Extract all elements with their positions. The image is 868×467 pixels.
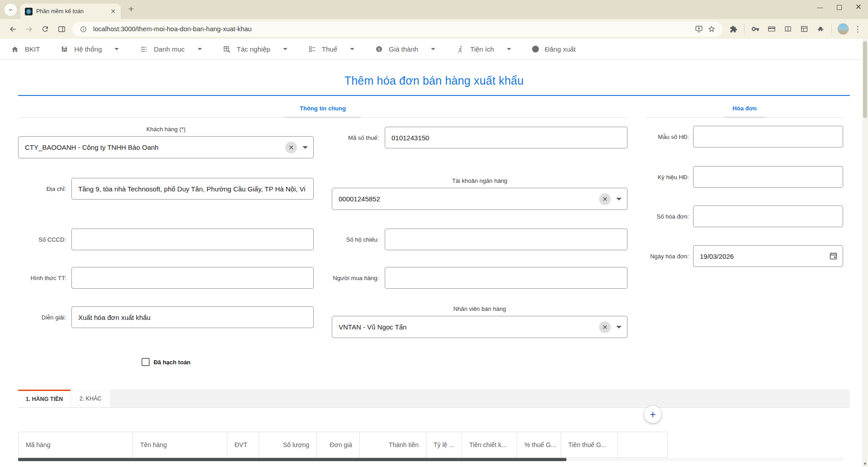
forward-icon: [25, 25, 33, 33]
buyer-input[interactable]: [385, 267, 627, 289]
customer-select[interactable]: CTY_BAOOANH - Công ty TNHH Bảo Oanh ✕: [18, 136, 314, 158]
nav-item-gia-thanh[interactable]: Giá thành: [375, 45, 435, 53]
site-info-icon[interactable]: [77, 23, 90, 35]
passport-field: Số hộ chiếu:: [332, 229, 627, 250]
column-header[interactable]: ĐVT: [227, 432, 259, 457]
side-panel-button[interactable]: [54, 22, 69, 36]
nav-item-tien-ich[interactable]: Tiện ích: [456, 45, 511, 53]
nav-item-danh-muc[interactable]: Danh mục: [140, 45, 202, 53]
reading-list-icon[interactable]: [781, 22, 795, 36]
form-column-middle: Mã số thuế: Tài khoản ngân hàng 00001245…: [332, 126, 627, 338]
section-header-general: Thông tin chung: [18, 105, 627, 118]
toolbar-divider: [744, 24, 745, 33]
back-button[interactable]: [5, 22, 20, 36]
new-tab-button[interactable]: +: [125, 4, 137, 15]
salesperson-label: Nhân viên bán hàng: [332, 305, 627, 312]
invoice-number-input[interactable]: [693, 205, 843, 227]
dollar-circle-icon: [375, 45, 383, 53]
browser-menu-icon[interactable]: ⋮: [852, 24, 863, 34]
extensions-button[interactable]: [726, 22, 741, 36]
chevron-down-icon: [7, 6, 14, 13]
column-header[interactable]: [618, 432, 667, 457]
password-manager-icon[interactable]: [748, 22, 763, 36]
address-input[interactable]: [71, 178, 314, 200]
chevron-down-icon[interactable]: [302, 146, 308, 149]
column-header[interactable]: Tiền thuế G...: [561, 432, 618, 457]
description-input[interactable]: [71, 306, 314, 328]
payment-method-input[interactable]: [71, 267, 314, 289]
column-header[interactable]: Số lượng: [259, 432, 317, 457]
close-window-button[interactable]: ✕: [855, 4, 862, 10]
cccd-input[interactable]: [71, 229, 314, 250]
page-title: Thêm hóa đơn bán hàng xuất khẩu: [0, 74, 868, 87]
vertical-scrollbar-thumb[interactable]: [863, 41, 867, 118]
column-header[interactable]: Thành tiền: [360, 432, 426, 457]
profile-avatar[interactable]: [837, 23, 849, 35]
section-spacer: [627, 105, 646, 118]
table-toolbar: +: [18, 408, 850, 432]
column-header[interactable]: % thuế G...: [517, 432, 561, 457]
column-header[interactable]: Mã hàng: [19, 432, 133, 457]
nav-item-dang-xuat[interactable]: Đăng xuất: [532, 45, 576, 53]
browser-tab[interactable]: Phần mềm kế toán ✕: [20, 4, 121, 19]
passport-input[interactable]: [385, 229, 627, 250]
template-number-input[interactable]: [693, 126, 843, 148]
nav-item-tac-nghiep[interactable]: Tác nghiệp: [223, 45, 288, 53]
table-extension-icon[interactable]: [797, 22, 811, 36]
calendar-icon[interactable]: [829, 251, 838, 261]
invoice-date-field: Ngày hóa đơn:: [646, 245, 844, 267]
scroll-down-arrow-icon[interactable]: ▼: [862, 462, 868, 466]
vertical-scrollbar[interactable]: ▼: [862, 39, 868, 467]
tab-khac[interactable]: 2. KHÁC: [71, 390, 110, 407]
browser-titlebar: Phần mềm kế toán ✕ + — ✕: [0, 0, 868, 19]
back-icon: [9, 25, 17, 33]
browser-tab-title: Phần mềm kế toán: [36, 8, 109, 14]
bookmark-star-icon[interactable]: [705, 23, 718, 35]
reload-button[interactable]: [38, 22, 52, 36]
install-app-icon[interactable]: [693, 23, 705, 35]
description-field: Diễn giải:: [18, 306, 314, 328]
tab-hang-tien[interactable]: 1. HÀNG TIỀN: [18, 390, 71, 407]
horizontal-scrollbar[interactable]: [18, 458, 843, 461]
nav-item-bkit[interactable]: BKIT: [11, 45, 40, 53]
salesperson-select[interactable]: VNTAN - Vũ Ngọc Tấn ✕: [332, 316, 627, 338]
bank-account-value: 00001245852: [339, 195, 599, 203]
browser-toolbar: localhost:3000/them-moi-hoa-don-ban-hang…: [0, 19, 868, 39]
cccd-field: Số CCCD:: [18, 229, 314, 250]
minimize-button[interactable]: —: [817, 4, 823, 10]
column-header[interactable]: Tên hàng: [133, 432, 227, 457]
forward-button[interactable]: [22, 22, 36, 36]
chevron-down-icon: [507, 48, 511, 50]
horizontal-scrollbar-thumb[interactable]: [18, 458, 566, 461]
clear-icon[interactable]: ✕: [599, 321, 611, 333]
section-header-invoice: Hóa đơn: [646, 105, 844, 118]
spy-extension-icon[interactable]: [813, 22, 828, 36]
nav-item-he-thong[interactable]: Hệ thống: [61, 45, 119, 53]
posted-checkbox[interactable]: [142, 358, 150, 366]
customer-field: Khách hàng (*) CTY_BAOOANH - Công ty TNH…: [18, 126, 314, 158]
column-header[interactable]: Tỷ lệ ...: [426, 432, 462, 457]
symbol-input[interactable]: [693, 166, 843, 188]
url-text[interactable]: localhost:3000/them-moi-hoa-don-ban-hang…: [93, 25, 693, 33]
clear-icon[interactable]: ✕: [285, 142, 297, 153]
payment-method-label: Hình thức TT:: [18, 275, 66, 281]
description-label: Diễn giải:: [18, 314, 66, 321]
maximize-button[interactable]: [837, 5, 842, 10]
buyer-label: Người mua hàng:: [332, 275, 379, 281]
chevron-down-icon[interactable]: [616, 326, 622, 329]
bank-account-select[interactable]: 00001245852 ✕: [332, 188, 627, 210]
chevron-down-icon[interactable]: [616, 198, 622, 200]
payment-card-icon[interactable]: [764, 22, 779, 36]
tab-search-button[interactable]: [5, 4, 17, 16]
column-header[interactable]: Đơn giá: [317, 432, 360, 457]
cccd-label: Số CCCD:: [18, 236, 66, 243]
tax-code-input[interactable]: [385, 127, 627, 148]
invoice-date-input[interactable]: [693, 245, 843, 267]
clear-icon[interactable]: ✕: [599, 193, 611, 205]
items-table-header: Mã hàng Tên hàng ĐVT Số lượng Đơn giá Th…: [18, 432, 668, 458]
tab-close-icon[interactable]: ✕: [109, 7, 117, 15]
nav-item-thue[interactable]: Thuế: [308, 45, 354, 53]
add-row-button[interactable]: +: [644, 406, 661, 423]
address-bar[interactable]: localhost:3000/them-moi-hoa-don-ban-hang…: [72, 22, 722, 37]
column-header[interactable]: Tiền chiết k...: [462, 432, 517, 457]
